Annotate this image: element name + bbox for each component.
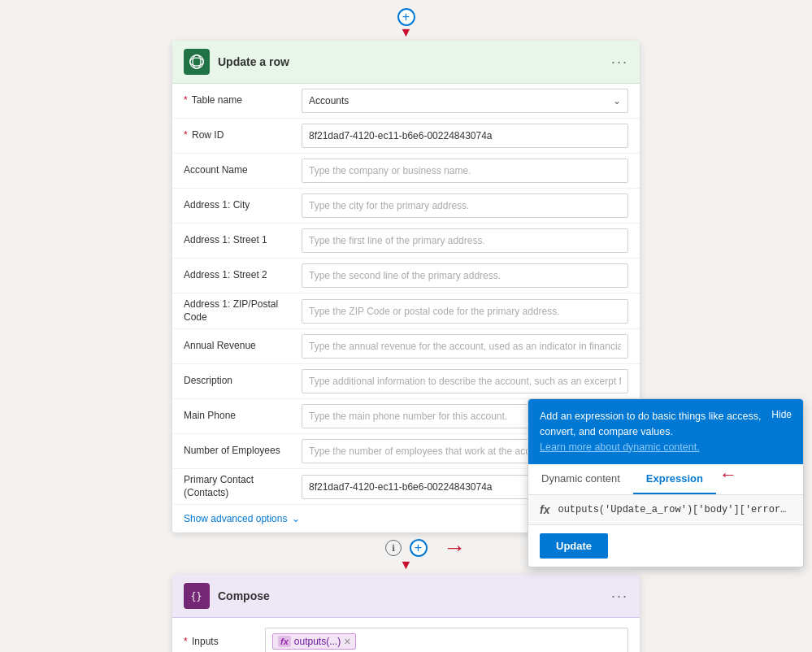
canvas: + ▼ Update a row ··· * Table name [0,0,812,652]
show-advanced-chevron-icon: ⌄ [292,513,300,524]
expression-tab-arrow-icon: ← [719,464,737,494]
compose-title: Compose [218,589,611,602]
compose-logo-icon: {} [189,588,205,604]
address1-street2-input[interactable] [302,263,628,288]
mid-connector-row: ℹ + [385,539,428,557]
dataverse-logo-icon [189,54,205,70]
address1-zip-input[interactable] [302,299,628,324]
account-name-input[interactable] [302,159,628,183]
annual-revenue-label: Annual Revenue [184,340,302,353]
expression-panel-header: Add an expression to do basic things lik… [528,399,803,464]
expression-header-text: Add an expression to do basic things lik… [540,409,763,454]
svg-point-0 [190,58,204,66]
address1-street1-input[interactable] [302,228,628,253]
mid-down-arrow: ▼ [400,559,413,572]
compose-menu-button[interactable]: ··· [611,588,628,605]
mid-connector: ℹ + ▼ [385,539,428,572]
fx-chip-label: outputs(...) [294,636,341,647]
primary-contact-label: Primary Contact (Contacts) [184,474,302,499]
inputs-field[interactable]: fx outputs(...) × [265,628,628,652]
hide-panel-button[interactable]: Hide [771,409,792,420]
table-name-chevron-icon: ⌄ [606,91,627,111]
tab-dynamic-content[interactable]: Dynamic content [528,464,633,494]
address1-street1-row: Address 1: Street 1 [172,224,640,259]
address1-city-row: Address 1: City [172,189,640,224]
update-row-menu-button[interactable]: ··· [611,54,628,71]
address1-zip-label: Address 1: ZIP/Postal Code [184,298,302,324]
expression-panel: Add an expression to do basic things lik… [528,398,804,567]
description-row: Description [172,364,640,399]
inputs-required-star: * [184,636,188,647]
address1-street1-label: Address 1: Street 1 [184,234,302,247]
remove-chip-button[interactable]: × [344,636,350,647]
svg-point-1 [193,55,201,69]
address1-city-label: Address 1: City [184,199,302,212]
info-icon: ℹ [392,543,395,554]
mid-plus-icon: + [415,541,422,555]
update-row-card-header: Update a row ··· [172,41,640,84]
address1-zip-row: Address 1: ZIP/Postal Code [172,293,640,329]
compose-card-header: {} Compose ··· [172,575,640,618]
expression-fx-icon: fx [540,503,549,516]
expression-tabs: Dynamic content Expression ← [528,464,803,495]
annual-revenue-row: Annual Revenue [172,329,640,364]
address1-street2-label: Address 1: Street 2 [184,269,302,282]
table-name-value: Accounts [302,91,606,111]
main-phone-label: Main Phone [184,410,302,423]
top-arrow: ▼ [400,26,413,39]
annual-revenue-input[interactable] [302,334,628,359]
table-name-label: * Table name [184,94,302,107]
plus-icon: + [402,10,410,24]
mid-plus-button[interactable]: + [410,539,428,557]
row-id-label: * Row ID [184,129,302,142]
show-advanced-link[interactable]: Show advanced options [184,513,287,524]
fx-icon: fx [278,636,291,647]
inputs-label: * Inputs [184,636,265,647]
address1-street2-row: Address 1: Street 2 [172,259,640,293]
right-arrow-indicator: → [443,535,466,561]
expression-input-row: fx outputs('Update_a_row')['body']['erro… [528,495,803,525]
info-button[interactable]: ℹ [385,540,402,556]
svg-text:{}: {} [191,591,202,602]
fx-chip[interactable]: fx outputs(...) × [272,633,356,650]
description-label: Description [184,375,302,388]
learn-more-link[interactable]: Learn more about dynamic content. [540,441,700,453]
row-id-required-star: * [184,129,188,141]
table-name-row: * Table name Accounts ⌄ [172,84,640,119]
address1-city-input[interactable] [302,193,628,218]
compose-card: {} Compose ··· * Inputs fx outputs(...) … [172,575,640,652]
row-id-input[interactable] [302,124,628,148]
description-input[interactable] [302,369,628,393]
table-name-select[interactable]: Accounts ⌄ [302,89,628,113]
inputs-row: * Inputs fx outputs(...) × [184,626,628,652]
top-connector: + ▼ [397,8,415,39]
tab-expression[interactable]: Expression [633,464,716,494]
update-expression-button[interactable]: Update [540,533,608,559]
compose-icon-container: {} [184,583,210,609]
compose-body: * Inputs fx outputs(...) × Add dynamic c… [172,618,640,652]
expression-formula: outputs('Update_a_row')['body']['error']… [558,504,792,515]
update-row-title: Update a row [218,55,611,68]
account-name-row: Account Name [172,154,640,189]
account-name-label: Account Name [184,164,302,177]
top-plus-button[interactable]: + [397,8,415,26]
num-employees-label: Number of Employees [184,445,302,458]
row-id-row: * Row ID [172,119,640,154]
dataverse-icon-container [184,49,210,75]
table-name-required-star: * [184,94,188,106]
svg-point-2 [190,55,204,69]
